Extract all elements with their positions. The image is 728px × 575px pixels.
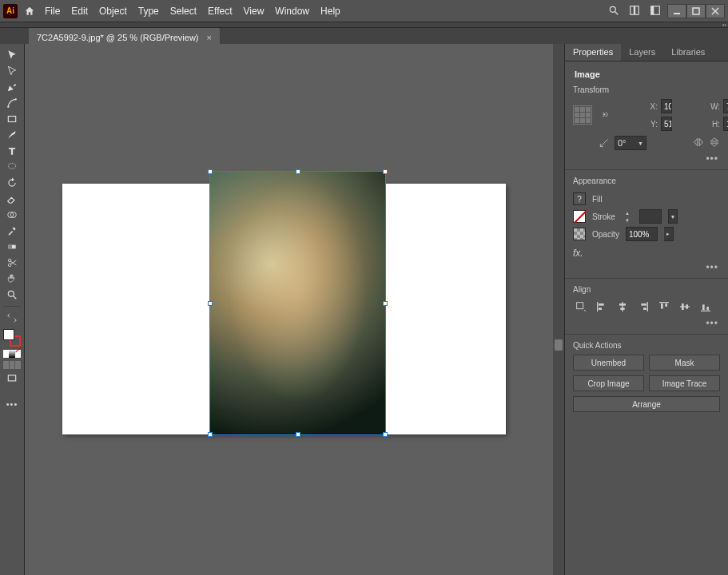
rotate-icon [599, 137, 610, 149]
align-vcenter-button[interactable] [677, 299, 693, 315]
hand-tool[interactable] [3, 272, 21, 285]
align-bottom-button[interactable] [698, 299, 714, 315]
paintbrush-tool[interactable] [3, 129, 21, 141]
w-label: W: [675, 102, 720, 111]
lasso-tool[interactable] [3, 161, 21, 173]
align-left-button[interactable] [594, 299, 610, 315]
stroke-color-swatch[interactable] [573, 210, 586, 223]
stroke-weight-dropdown[interactable]: ▼ [668, 209, 678, 224]
direct-selection-tool[interactable] [3, 65, 21, 77]
edit-toolbar-icon[interactable]: ••• [3, 398, 21, 410]
canvas[interactable] [25, 44, 564, 575]
flip-vertical-icon[interactable] [709, 137, 720, 149]
svg-rect-32 [643, 307, 646, 310]
svg-rect-31 [641, 303, 646, 306]
crop-image-button[interactable]: Crop Image [573, 375, 644, 391]
align-right-button[interactable] [635, 299, 651, 315]
expand-panels-icon[interactable]: ›› [722, 22, 726, 29]
eyedropper-tool[interactable] [3, 224, 21, 237]
tab-properties[interactable]: Properties [565, 44, 621, 61]
svg-point-0 [610, 6, 615, 12]
zoom-tool[interactable] [3, 288, 21, 301]
menu-type[interactable]: Type [138, 6, 159, 17]
selection-tool[interactable] [3, 49, 21, 61]
fill-swatch[interactable] [3, 329, 14, 340]
align-more-options-icon[interactable]: ••• [573, 318, 720, 329]
svg-rect-37 [682, 303, 684, 310]
svg-rect-3 [635, 6, 639, 14]
close-tab-icon[interactable]: × [207, 33, 212, 42]
curvature-tool[interactable] [3, 97, 21, 109]
screen-mode-button[interactable] [3, 372, 21, 385]
fill-label: Fill [592, 195, 603, 204]
link-wh-icon[interactable] [599, 109, 610, 121]
rotate-tool[interactable] [3, 176, 21, 189]
menu-edit[interactable]: Edit [71, 6, 88, 17]
x-input[interactable]: 1019,1882 [661, 99, 672, 113]
search-icon[interactable] [608, 5, 619, 18]
pen-tool[interactable] [3, 81, 21, 93]
fill-stroke-swatch[interactable] [3, 329, 21, 347]
y-input[interactable]: 516,7059 p [661, 117, 672, 131]
rotation-input[interactable]: 0°▼ [615, 136, 646, 150]
toggle-fill-stroke-icon[interactable] [3, 311, 21, 324]
menu-help[interactable]: Help [320, 6, 340, 17]
window-close-button[interactable] [706, 4, 725, 18]
stroke-label: Stroke [592, 212, 615, 221]
rectangle-tool[interactable] [3, 113, 21, 125]
shape-builder-tool[interactable] [3, 208, 21, 221]
document-tab[interactable]: 7C2A5992-9.jpg* @ 25 % (RGB/Preview) × [29, 28, 220, 44]
align-to-dropdown[interactable] [573, 299, 589, 315]
tab-libraries[interactable]: Libraries [663, 44, 713, 61]
svg-rect-25 [599, 303, 604, 306]
vertical-scrollbar[interactable] [553, 44, 564, 575]
align-hcenter-button[interactable] [615, 299, 631, 315]
eraser-tool[interactable] [3, 192, 21, 205]
svg-rect-26 [599, 307, 602, 310]
svg-rect-41 [706, 307, 709, 310]
fx-button[interactable]: fx. [573, 248, 720, 259]
menu-file[interactable]: File [45, 6, 60, 17]
type-tool[interactable] [3, 145, 21, 157]
toolbox: ••• [0, 44, 25, 575]
stroke-weight-stepper[interactable]: ▲▼ [622, 209, 633, 224]
arrange-documents-icon[interactable] [629, 5, 640, 18]
mask-button[interactable]: Mask [649, 355, 720, 371]
reference-point-selector[interactable] [573, 105, 595, 125]
fill-color-swatch[interactable] [573, 192, 586, 205]
flip-horizontal-icon[interactable] [693, 137, 704, 149]
svg-rect-7 [693, 8, 699, 14]
window-maximize-button[interactable] [686, 4, 706, 18]
workspace-switcher-icon[interactable] [650, 5, 661, 18]
width-input[interactable]: 758,3765 p [723, 99, 728, 113]
image-trace-button[interactable]: Image Trace [649, 375, 720, 391]
scrollbar-thumb[interactable] [555, 339, 563, 351]
tab-layers[interactable]: Layers [621, 44, 663, 61]
arrange-button[interactable]: Arrange [573, 396, 720, 412]
opacity-swatch[interactable] [573, 228, 586, 240]
draw-mode-row[interactable] [3, 361, 21, 369]
placed-image[interactable] [209, 171, 386, 435]
align-top-button[interactable] [656, 299, 672, 315]
scissors-tool[interactable] [3, 256, 21, 269]
gradient-tool[interactable] [3, 240, 21, 253]
appearance-more-options-icon[interactable]: ••• [573, 262, 720, 273]
menu-select[interactable]: Select [170, 6, 197, 17]
menu-view[interactable]: View [244, 6, 265, 17]
control-strip: ›› [0, 22, 728, 28]
menu-effect[interactable]: Effect [208, 6, 232, 17]
window-minimize-button[interactable] [667, 4, 686, 18]
svg-rect-34 [661, 303, 663, 309]
home-icon[interactable] [22, 4, 37, 18]
stroke-weight-input[interactable] [639, 209, 662, 224]
color-mode-row[interactable] [3, 350, 21, 358]
opacity-dropdown[interactable]: ▸ [664, 227, 674, 241]
opacity-input[interactable]: 100% [626, 227, 658, 241]
opacity-label: Opacity [592, 230, 619, 239]
align-section-title: Align [573, 285, 720, 294]
transform-more-options-icon[interactable]: ••• [573, 153, 720, 165]
height-input[interactable]: 1137,5647 [723, 117, 728, 131]
menu-window[interactable]: Window [275, 6, 309, 17]
unembed-button[interactable]: Unembed [573, 355, 644, 371]
menu-object[interactable]: Object [99, 6, 127, 17]
